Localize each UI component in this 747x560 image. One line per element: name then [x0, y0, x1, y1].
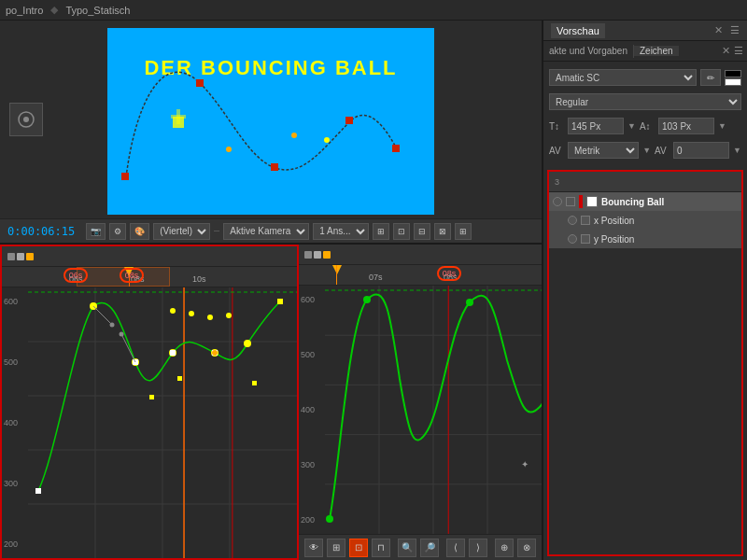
svg-point-11 [291, 133, 297, 138]
metric-val-dropdown[interactable]: ▼ [733, 146, 741, 155]
graph-btn3[interactable]: ⊓ [372, 539, 390, 557]
metric-input[interactable] [673, 142, 729, 159]
zoom-fit-btn[interactable]: 👁 [304, 539, 323, 557]
nav-btn1[interactable]: ⟨ [446, 539, 465, 557]
svg-point-55 [466, 299, 473, 306]
x-pos-solo[interactable] [581, 216, 590, 225]
svg-rect-44 [252, 381, 257, 385]
layer-color-box[interactable] [586, 196, 598, 207]
separator: ◆ [50, 4, 58, 16]
font-row: Amatic SC ✏ [549, 67, 741, 88]
metric-dropdown[interactable]: ▼ [642, 146, 651, 155]
size-dropdown[interactable]: ▼ [627, 121, 636, 131]
graph-left-header [2, 246, 297, 267]
brush-btn[interactable]: ✏ [700, 69, 721, 86]
quality-select[interactable]: (Viertel) [153, 223, 210, 240]
y-300: 300 [4, 479, 18, 488]
layer-eye[interactable] [553, 197, 562, 206]
left-graph-svg [28, 287, 297, 558]
tool-btn-1[interactable]: ⊞ [373, 223, 389, 240]
thumb-1[interactable] [9, 103, 43, 136]
svg-point-10 [226, 147, 232, 152]
graph-view-btn[interactable]: ⊞ [327, 539, 345, 557]
size-label: T↕ [549, 121, 564, 132]
y-400: 400 [4, 418, 18, 427]
tab-zeichen[interactable]: Zeichen [634, 46, 679, 56]
camera-select[interactable]: Aktive Kamera [223, 223, 309, 240]
x-position-row[interactable]: x Position [549, 211, 741, 230]
zoom-select[interactable]: 1 Ans... [313, 223, 369, 240]
graph-right: 07s 08s 08s 600 500 [299, 245, 542, 560]
y-500: 500 [4, 357, 18, 367]
size2-input[interactable] [658, 118, 714, 134]
left-section: DER BOUNCING BALL [0, 21, 542, 560]
tabs-row: akte und Vorgaben Zeichen ✕ ☰ [543, 41, 747, 62]
svg-text:✦: ✦ [521, 459, 529, 469]
x-position-label: x Position [594, 216, 634, 226]
zoom-out-btn[interactable]: 🔎 [420, 539, 439, 557]
extra-btn1[interactable]: ⊕ [495, 539, 514, 557]
svg-rect-9 [176, 109, 180, 124]
tool-btn-2[interactable]: ⊡ [393, 223, 410, 240]
color-swatch-black[interactable] [725, 70, 741, 77]
svg-rect-27 [35, 488, 41, 494]
svg-point-34 [110, 323, 115, 328]
comp-label: Typo_Statisch [65, 5, 130, 16]
vorschau-tab[interactable]: Vorschau [551, 23, 605, 38]
camera-btn[interactable]: 📷 [86, 223, 106, 240]
x-pos-eye[interactable] [568, 216, 577, 225]
nav-btn2[interactable]: ⟩ [469, 539, 487, 557]
metric-select[interactable]: Metrik [568, 142, 639, 159]
font-style-row: Regular [549, 91, 741, 112]
size-input[interactable] [568, 118, 624, 134]
right-ruler-08-highlight: 08s [437, 266, 461, 281]
bouncing-ball-row[interactable]: Bouncing Ball [549, 192, 741, 211]
tool-btn-5[interactable]: ⊞ [455, 223, 472, 240]
tool-btn-3[interactable]: ⊟ [414, 223, 430, 240]
font-select[interactable]: Amatic SC [549, 69, 697, 86]
av2-label: AV [655, 146, 669, 156]
color-btn[interactable]: 🎨 [130, 223, 149, 240]
svg-point-54 [363, 296, 371, 303]
layer-color-bar [579, 195, 583, 208]
font-style-select[interactable]: Regular [549, 93, 741, 110]
svg-point-26 [244, 340, 251, 347]
ruler-mark-10: 10s [192, 274, 206, 284]
layer-panel: 3 Bouncing Ball x Position [547, 170, 743, 556]
svg-rect-43 [177, 376, 182, 381]
svg-point-37 [170, 308, 176, 314]
preview-area: DER BOUNCING BALL [0, 21, 542, 245]
graph-right-header [299, 245, 542, 265]
extra-btn2[interactable]: ⊗ [517, 539, 536, 557]
right-ruler-07: 07s [369, 273, 383, 282]
vorschau-menu[interactable]: ☰ [730, 24, 740, 36]
y-600: 600 [4, 297, 18, 306]
vorschau-close[interactable]: ✕ [714, 24, 723, 36]
size2-dropdown[interactable]: ▼ [718, 121, 726, 131]
y-pos-eye[interactable] [568, 234, 577, 244]
ry-200: 200 [301, 515, 315, 525]
y-position-label: y Position [594, 234, 634, 245]
svg-rect-6 [392, 145, 400, 152]
zeichen-close[interactable]: ✕ [722, 45, 730, 57]
graph-active-btn[interactable]: ⊡ [349, 539, 368, 557]
project-label: po_Intro [6, 5, 43, 16]
graph-right-toolbar: 👁 ⊞ ⊡ ⊓ 🔍 🔎 ⟨ ⟩ ⊕ ⊗ [299, 534, 542, 560]
tab-akte[interactable]: akte und Vorgaben [543, 46, 633, 56]
ry-300: 300 [301, 460, 315, 469]
bouncing-ball-label: Bouncing Ball [601, 197, 664, 207]
y-pos-solo[interactable] [581, 234, 590, 244]
svg-point-1 [23, 117, 29, 122]
color-swatch-white[interactable] [725, 78, 741, 86]
zoom-btn[interactable]: 🔍 [398, 539, 416, 557]
zeichen-content: Amatic SC ✏ Regular T↕ ▼ [543, 62, 747, 166]
preview-canvas[interactable]: DER BOUNCING BALL [107, 28, 434, 215]
settings-btn[interactable]: ⚙ [109, 223, 126, 240]
svg-rect-29 [170, 350, 176, 356]
y-position-row[interactable]: y Position [549, 230, 741, 248]
zeichen-menu[interactable]: ☰ [734, 45, 743, 57]
layer-solo[interactable] [566, 197, 575, 206]
tool-btn-4[interactable]: ⊠ [434, 223, 451, 240]
size2-label: A↕ [640, 121, 655, 132]
ry-600: 600 [301, 295, 315, 304]
